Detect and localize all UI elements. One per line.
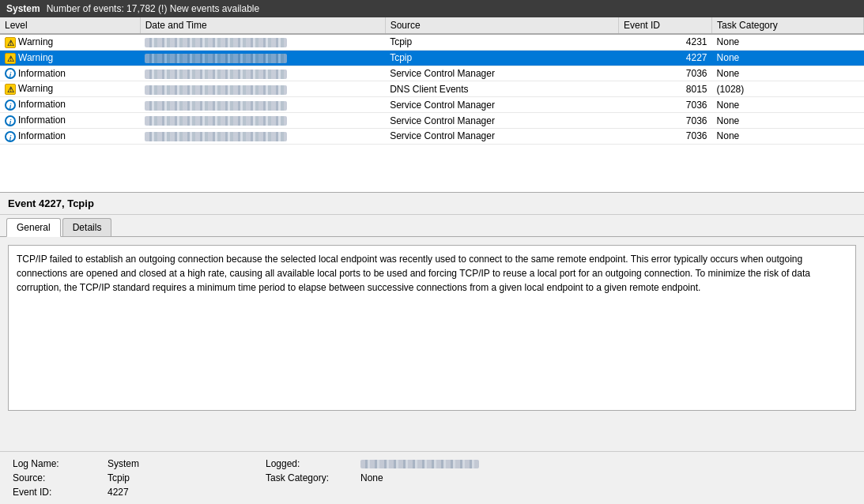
info-icon: i (5, 115, 16, 126)
detail-panel: Event 4227, Tcpip General Details TCP/IP… (0, 193, 864, 504)
cell-source: DNS Client Events (385, 81, 618, 97)
cell-datetime (140, 81, 385, 97)
level-label: Information (18, 130, 66, 141)
cell-eventid: 8015 (618, 81, 711, 97)
cell-taskcategory: None (712, 128, 864, 144)
cell-taskcategory: None (712, 34, 864, 50)
cell-eventid: 4227 (618, 50, 711, 66)
cell-datetime (140, 50, 385, 66)
cell-datetime (140, 66, 385, 81)
cell-level: ⚠Warning (0, 34, 140, 50)
cell-source: Tcpip (385, 50, 618, 66)
info-icon: i (5, 68, 16, 79)
cell-datetime (140, 128, 385, 144)
col-header-datetime[interactable]: Date and Time (140, 17, 385, 34)
log-name-value: System (108, 458, 266, 469)
cell-taskcategory: None (712, 66, 864, 81)
table-row[interactable]: ⚠WarningTcpip4231None (0, 34, 864, 50)
tab-details[interactable]: Details (62, 218, 112, 236)
table-row[interactable]: iInformationService Control Manager7036N… (0, 128, 864, 144)
title-bar: System Number of events: 17,782 (!) New … (0, 0, 864, 17)
event-id-value: 4227 (108, 487, 266, 498)
cell-level: iInformation (0, 113, 140, 129)
info-icon: i (5, 131, 16, 142)
datetime-blurred (145, 116, 287, 126)
warning-icon: ⚠ (5, 37, 16, 48)
cell-source: Service Control Manager (385, 113, 618, 129)
task-category-value: None (360, 472, 851, 483)
datetime-blurred (145, 70, 287, 79)
cell-eventid: 7036 (618, 113, 711, 129)
cell-datetime (140, 97, 385, 113)
info-icon: i (5, 100, 16, 111)
cell-taskcategory: None (712, 97, 864, 113)
table-row[interactable]: ⚠WarningTcpip4227None (0, 50, 864, 66)
task-category-label: Task Category: (266, 472, 360, 483)
detail-header: Event 4227, Tcpip (0, 193, 864, 215)
table-row[interactable]: iInformationService Control Manager7036N… (0, 113, 864, 129)
status-text: Number of events: 17,782 (!) New events … (47, 3, 259, 14)
table-row[interactable]: iInformationService Control Manager7036N… (0, 97, 864, 113)
cell-eventid: 7036 (618, 66, 711, 81)
tab-general[interactable]: General (6, 218, 61, 237)
logged-value (360, 458, 851, 469)
detail-content: TCP/IP failed to establish an outgoing c… (0, 237, 864, 451)
table-row[interactable]: iInformationService Control Manager7036N… (0, 66, 864, 81)
col-header-level[interactable]: Level (0, 17, 140, 34)
source-value: Tcpip (108, 472, 266, 483)
logged-label: Logged: (266, 458, 360, 469)
detail-text-box[interactable]: TCP/IP failed to establish an outgoing c… (8, 245, 856, 411)
cell-level: ⚠Warning (0, 81, 140, 97)
warning-icon: ⚠ (5, 53, 16, 64)
cell-taskcategory: None (712, 113, 864, 129)
main-container: Level Date and Time Source Event ID Task… (0, 17, 864, 504)
source-label: Source: (13, 472, 108, 483)
log-name-label: Log Name: (13, 458, 108, 469)
cell-taskcategory: (1028) (712, 81, 864, 97)
col-header-taskcategory[interactable]: Task Category (712, 17, 864, 34)
warning-icon: ⚠ (5, 84, 16, 95)
cell-eventid: 7036 (618, 128, 711, 144)
logged-blurred (360, 460, 479, 468)
table-row[interactable]: ⚠WarningDNS Client Events8015(1028) (0, 81, 864, 97)
cell-datetime (140, 113, 385, 129)
cell-source: Service Control Manager (385, 128, 618, 144)
datetime-blurred (145, 132, 287, 141)
cell-level: iInformation (0, 66, 140, 81)
event-table-container: Level Date and Time Source Event ID Task… (0, 17, 864, 193)
cell-taskcategory: None (712, 50, 864, 66)
app-title: System (6, 3, 40, 14)
level-label: Information (18, 115, 66, 126)
col-header-source[interactable]: Source (385, 17, 618, 34)
level-label: Warning (18, 52, 53, 63)
cell-level: iInformation (0, 128, 140, 144)
cell-source: Service Control Manager (385, 66, 618, 81)
event-table: Level Date and Time Source Event ID Task… (0, 17, 864, 145)
footer-info: Log Name: System Logged: Source: Tcpip T… (0, 451, 864, 504)
level-label: Warning (18, 83, 53, 94)
datetime-blurred (145, 54, 287, 63)
tabs-row: General Details (0, 215, 864, 237)
event-id-label: Event ID: (13, 487, 108, 498)
datetime-blurred (145, 101, 287, 111)
cell-eventid: 4231 (618, 34, 711, 50)
cell-source: Service Control Manager (385, 97, 618, 113)
level-label: Information (18, 68, 66, 79)
level-label: Warning (18, 36, 53, 47)
cell-eventid: 7036 (618, 97, 711, 113)
detail-message: TCP/IP failed to establish an outgoing c… (17, 254, 810, 293)
cell-level: iInformation (0, 97, 140, 113)
level-label: Information (18, 99, 66, 110)
col-header-eventid[interactable]: Event ID (618, 17, 711, 34)
cell-level: ⚠Warning (0, 50, 140, 66)
datetime-blurred (145, 85, 287, 95)
cell-datetime (140, 34, 385, 50)
table-header-row: Level Date and Time Source Event ID Task… (0, 17, 864, 34)
cell-source: Tcpip (385, 34, 618, 50)
datetime-blurred (145, 38, 287, 47)
